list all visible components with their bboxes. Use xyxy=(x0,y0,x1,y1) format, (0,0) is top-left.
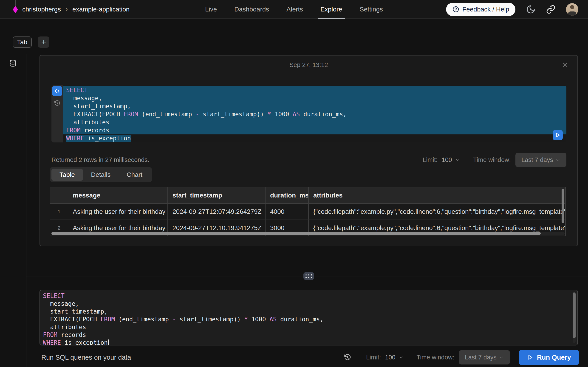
column-header-start_timestamp: start_timestamp xyxy=(168,187,266,203)
run-query-button[interactable]: Run Query xyxy=(519,350,579,365)
table-cell: {"code.filepath":"example.py","code.line… xyxy=(309,204,565,219)
query-result-card: Sep 27, 13:12 SELECT message, start_time… xyxy=(40,55,578,246)
time-window-value: Last 7 days xyxy=(521,156,553,164)
nav-item-explore[interactable]: Explore xyxy=(320,0,342,19)
chevron-right-icon: › xyxy=(65,5,68,13)
footer-limit-select[interactable]: 100 xyxy=(385,354,404,361)
result-sql-editor: SELECT message, start_timestamp, EXTRACT… xyxy=(52,85,566,142)
schema-database-button[interactable] xyxy=(9,59,17,68)
editor-sql-code[interactable]: SELECT message, start_timestamp, EXTRACT… xyxy=(40,290,578,345)
row-number: 1 xyxy=(50,204,68,219)
column-header-rownum xyxy=(50,187,68,203)
database-icon xyxy=(9,59,17,68)
rerun-query-button[interactable] xyxy=(553,130,563,140)
sql-line: SELECT xyxy=(63,86,566,94)
result-controls: Limit: 100 Time window: Last 7 days xyxy=(423,153,566,167)
footer-time-window-label: Time window: xyxy=(417,354,454,361)
close-result-button[interactable] xyxy=(560,60,570,70)
grip-dot xyxy=(311,277,312,278)
vertical-scrollbar[interactable] xyxy=(562,189,564,223)
tab-strip: Tab + xyxy=(13,36,49,48)
feedback-help-button[interactable]: Feedback / Help xyxy=(446,3,515,16)
moon-icon xyxy=(526,5,536,14)
editor-gutter xyxy=(52,85,63,142)
history-button[interactable] xyxy=(344,353,351,361)
horizontal-scrollbar-track xyxy=(51,232,565,235)
result-stats-row: Returned 2 rows in 27 milliseconds. Limi… xyxy=(52,153,566,167)
theme-toggle-button[interactable] xyxy=(526,5,536,14)
table-header-row: messagestart_timestampduration_msattribu… xyxy=(50,187,565,204)
tab-table[interactable]: Table xyxy=(52,169,83,181)
nav-item-alerts[interactable]: Alerts xyxy=(286,0,303,19)
sql-line: EXTRACT(EPOCH FROM (end_timestamp - star… xyxy=(63,110,566,118)
column-header-message: message xyxy=(68,187,168,203)
nav-item-settings[interactable]: Settings xyxy=(360,0,383,19)
footer-time-window-select[interactable]: Last 7 days xyxy=(459,350,510,365)
sql-line: start_timestamp, xyxy=(63,102,566,110)
table-row[interactable]: 1Asking the user for their birthday2024-… xyxy=(50,204,565,220)
diamond-icon xyxy=(13,6,18,13)
history-icon xyxy=(54,100,61,107)
footer-time-window-value: Last 7 days xyxy=(465,354,497,361)
panel-splitter-handle[interactable] xyxy=(303,272,314,280)
limit-select[interactable]: 100 xyxy=(442,156,460,164)
user-avatar[interactable] xyxy=(566,3,578,16)
content-top-divider xyxy=(0,54,588,54)
sql-line: SELECT xyxy=(43,292,578,300)
horizontal-scrollbar[interactable] xyxy=(52,232,541,235)
navbar-actions: Feedback / Help xyxy=(446,0,578,19)
tab-chart[interactable]: Chart xyxy=(119,169,150,181)
close-icon xyxy=(562,61,568,68)
table-cell: Asking the user for their birthday xyxy=(68,204,168,219)
add-tab-button[interactable]: + xyxy=(38,36,49,48)
breadcrumb-org[interactable]: christophergs xyxy=(22,6,61,13)
time-window-select[interactable]: Last 7 days xyxy=(515,153,566,167)
nav-item-dashboards[interactable]: Dashboards xyxy=(234,0,269,19)
logfire-explore-page: { "nav": { "breadcrumb": { "org": "chris… xyxy=(0,0,588,367)
run-query-label: Run Query xyxy=(537,354,571,361)
footer-limit-label: Limit: xyxy=(366,354,381,361)
table-cell: 4000 xyxy=(266,204,309,219)
query-tab[interactable]: Tab xyxy=(13,36,32,48)
grip-dot xyxy=(305,274,307,275)
grip-dot xyxy=(308,277,309,278)
result-stats: Returned 2 rows in 27 milliseconds. xyxy=(52,156,149,164)
sql-line: WHERE is_exception xyxy=(63,134,566,142)
sql-line: attributes xyxy=(63,118,566,126)
feedback-help-label: Feedback / Help xyxy=(462,6,509,13)
sidebar-divider xyxy=(26,54,26,367)
sql-line: WHERE is_exception xyxy=(43,339,578,345)
sql-line: start_timestamp, xyxy=(43,308,578,315)
history-icon xyxy=(344,353,351,361)
table-cell: 2024-09-27T12:07:49.264279Z xyxy=(168,204,266,219)
tab-details[interactable]: Details xyxy=(83,169,119,181)
nav-items: LiveDashboardsAlertsExploreSettings xyxy=(205,0,383,19)
limit-label: Limit: xyxy=(423,156,438,164)
query-history-button[interactable] xyxy=(54,100,61,107)
share-link-button[interactable] xyxy=(546,5,555,14)
chevron-down-icon xyxy=(455,157,460,162)
editor-scrollbar[interactable] xyxy=(573,292,576,338)
grip-dot xyxy=(308,274,309,275)
logfire-logo-icon[interactable] xyxy=(13,0,18,19)
breadcrumb: christophergs › example-application xyxy=(13,0,130,19)
breadcrumb-project[interactable]: example-application xyxy=(72,6,130,13)
grip-dot xyxy=(311,274,312,275)
help-circle-icon xyxy=(452,6,459,13)
column-header-duration_ms: duration_ms xyxy=(266,187,309,203)
query-timestamp: Sep 27, 13:12 xyxy=(40,61,578,69)
nav-item-live[interactable]: Live xyxy=(205,0,217,19)
result-sql-code[interactable]: SELECT message, start_timestamp, EXTRACT… xyxy=(63,85,566,142)
chevron-down-icon xyxy=(555,157,561,162)
result-table: messagestart_timestampduration_msattribu… xyxy=(50,187,566,236)
footer-limit-value: 100 xyxy=(385,354,396,361)
text-cursor xyxy=(108,340,109,345)
query-footer-bar: Run SQL queries on your data Limit: 100 … xyxy=(41,349,579,366)
limit-value: 100 xyxy=(442,156,452,164)
footer-hint: Run SQL queries on your data xyxy=(41,354,131,361)
format-code-button[interactable] xyxy=(52,86,62,96)
sql-line: FROM records xyxy=(43,331,578,339)
link-icon xyxy=(546,5,555,14)
top-navbar: christophergs › example-application Live… xyxy=(0,0,588,19)
sql-line: attributes xyxy=(43,323,578,331)
